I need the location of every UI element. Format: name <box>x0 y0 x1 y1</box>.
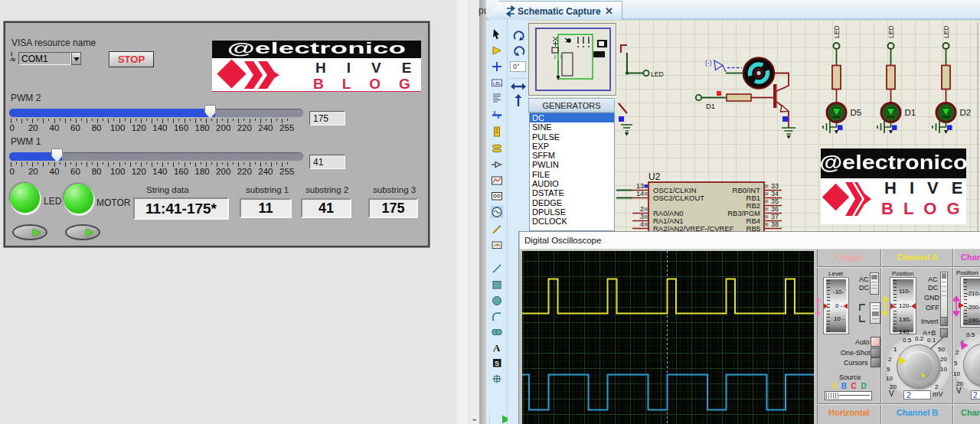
svg-text:13: 13 <box>636 182 644 190</box>
svg-text:34: 34 <box>771 190 779 197</box>
svg-text:D1: D1 <box>706 102 715 110</box>
svg-text:RB5: RB5 <box>746 224 760 231</box>
svg-text:35: 35 <box>771 197 779 205</box>
svg-text:LED: LED <box>942 25 950 38</box>
svg-text:(-): (-) <box>705 59 712 67</box>
svg-text:S: S <box>495 360 499 367</box>
svg-text:36: 36 <box>771 205 779 213</box>
svg-text:OSC2/CLKOUT: OSC2/CLKOUT <box>653 194 704 202</box>
svg-text:14: 14 <box>636 190 644 197</box>
svg-text:38: 38 <box>771 220 779 228</box>
svg-text:LED: LED <box>651 70 664 78</box>
svg-text:2: 2 <box>640 205 644 213</box>
svg-text:U2: U2 <box>648 171 661 182</box>
svg-text:RA2/AN2/VREF-/CVREF: RA2/AN2/VREF-/CVREF <box>653 224 734 231</box>
svg-text:33: 33 <box>771 182 779 190</box>
svg-text:D2: D2 <box>960 108 972 117</box>
svg-text:4: 4 <box>640 220 644 228</box>
svg-text:LED: LED <box>887 25 895 38</box>
svg-text:37: 37 <box>771 213 779 220</box>
svg-text:LED: LED <box>833 25 841 38</box>
svg-text:A: A <box>493 342 501 354</box>
svg-text:3: 3 <box>640 213 644 220</box>
svg-text:D1: D1 <box>905 108 916 117</box>
svg-text:D5: D5 <box>851 108 862 117</box>
